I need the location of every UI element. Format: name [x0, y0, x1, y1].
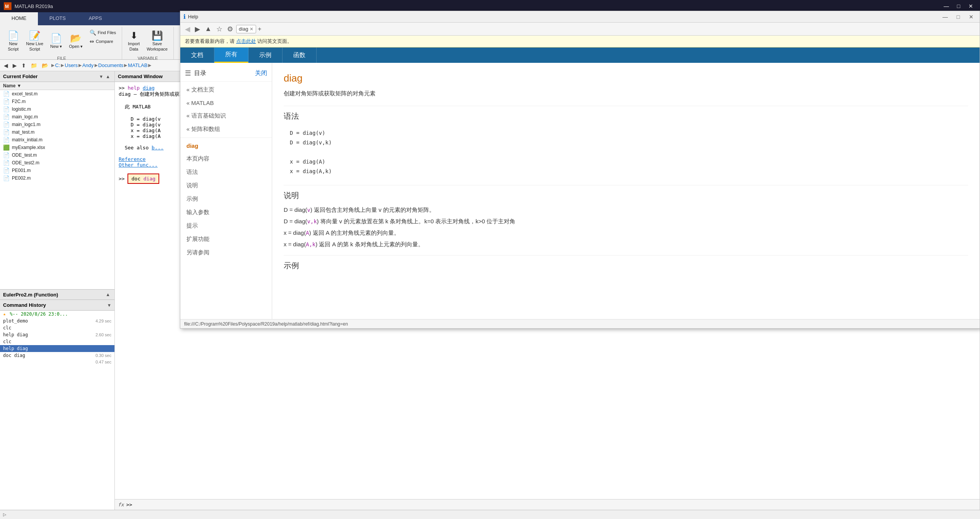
path-andy[interactable]: Andy	[82, 62, 94, 68]
tab-functions[interactable]: 函数	[283, 47, 317, 63]
sidebar-link-examples[interactable]: 示例	[180, 192, 272, 206]
list-item[interactable]: 📄 PE001.m	[0, 167, 114, 174]
maximize-button[interactable]: □	[953, 2, 964, 10]
syntax-line-2: D = diag(v,k)	[290, 138, 962, 147]
help-maximize-button[interactable]: □	[953, 13, 964, 21]
help-close-button[interactable]: ✕	[966, 13, 977, 21]
help-search-clear[interactable]: ✕	[250, 26, 253, 32]
function-collapse-btn[interactable]: ▲	[105, 292, 111, 297]
list-item[interactable]: 📄 excel_test.m	[0, 90, 114, 98]
sidebar-link-see-also[interactable]: 另请参阅	[180, 246, 272, 259]
new-script-label: NewScript	[8, 41, 18, 51]
open-button[interactable]: 📂 Open ▾	[66, 28, 85, 54]
history-item[interactable]: 0.47 sec	[0, 359, 114, 365]
sidebar-link-lang-basics[interactable]: « 语言基础知识	[180, 109, 272, 123]
help-sidebar-close-button[interactable]: 关闭	[255, 69, 267, 77]
tab-home[interactable]: HOME	[0, 12, 38, 25]
history-menu-btn[interactable]: ▾	[107, 303, 111, 308]
folder-list: 📄 excel_test.m 📄 F2C.m 📄 logistic.m 📄 ma…	[0, 90, 114, 289]
new-script-button[interactable]: 📄 NewScript	[5, 28, 22, 54]
help-settings-button[interactable]: ⚙	[225, 24, 235, 34]
panel-collapse-btn[interactable]: ▲	[105, 74, 111, 79]
help-forward-button[interactable]: ▶	[193, 24, 202, 34]
var-a1: A	[306, 230, 309, 236]
sidebar-link-input-params[interactable]: 输入参数	[180, 206, 272, 219]
tab-docs[interactable]: 文档	[180, 47, 214, 63]
help-diag-link[interactable]: diag	[143, 85, 155, 91]
import-data-label: ImportData	[128, 41, 140, 51]
history-cmd-text: clc	[3, 339, 11, 344]
list-item[interactable]: 📄 PE002.m	[0, 174, 114, 182]
path-matlab[interactable]: MATLAB	[128, 62, 147, 68]
see-also-link[interactable]: b...	[152, 145, 163, 151]
help-url-text: file:///C:/Program%20Files/Polyspace/R20…	[184, 321, 348, 327]
help-up-button[interactable]: ▲	[203, 24, 213, 34]
help-notice: 若要查看最新内容，请 点击此处 访问英文页面。	[180, 36, 980, 47]
path-documents[interactable]: Documents	[98, 62, 124, 68]
new-live-script-button[interactable]: 📝 New LiveScript	[23, 28, 46, 54]
history-item[interactable]: clc	[0, 324, 114, 331]
tab-all[interactable]: 所有	[214, 47, 248, 63]
file-name: logistic.m	[12, 106, 31, 112]
sidebar-link-matrices[interactable]: « 矩阵和数组	[180, 123, 272, 136]
panel-menu-btn[interactable]: ▾	[99, 74, 103, 79]
list-item[interactable]: 📄 ODE_test2.m	[0, 159, 114, 167]
file-name: F2C.m	[12, 99, 26, 104]
import-data-button[interactable]: ⬇ ImportData	[125, 28, 142, 54]
up-button[interactable]: ⬆	[20, 62, 28, 69]
file-name: main_logc.m	[12, 114, 38, 120]
compare-button[interactable]: ⇔ Compare	[87, 37, 119, 46]
browse-button[interactable]: 📁	[29, 62, 39, 69]
history-time: 4.29 sec	[95, 319, 111, 323]
notice-link[interactable]: 点击此处	[236, 38, 256, 44]
list-item[interactable]: 📄 ODE_test.m	[0, 151, 114, 159]
tab-apps[interactable]: APPS	[77, 12, 114, 25]
file-name: excel_test.m	[12, 91, 38, 97]
fx-symbol: fx	[118, 502, 124, 508]
close-button[interactable]: ✕	[965, 2, 976, 10]
tab-examples[interactable]: 示例	[248, 47, 283, 63]
sidebar-link-description[interactable]: 说明	[180, 179, 272, 192]
history-item[interactable]: doc diag 0.30 sec	[0, 352, 114, 359]
history-item[interactable]: help diag 2.60 sec	[0, 331, 114, 338]
sidebar-link-diag[interactable]: diag	[180, 139, 272, 152]
find-files-button[interactable]: 🔍 Find Files	[87, 28, 119, 37]
help-bookmark-button[interactable]: ☆	[215, 24, 224, 34]
back-button[interactable]: ◀	[2, 62, 10, 69]
list-item[interactable]: 📄 main_logc1.m	[0, 121, 114, 128]
save-workspace-button[interactable]: 💾 SaveWorkspace	[144, 28, 170, 54]
file-icon: 📄	[3, 152, 10, 158]
list-item[interactable]: 📄 main_logc.m	[0, 113, 114, 121]
file-icon: 🟩	[3, 144, 10, 151]
history-item[interactable]: plot_demo 4.29 sec	[0, 318, 114, 324]
history-item[interactable]: clc	[0, 338, 114, 345]
folder-column-header: Name ▼	[0, 82, 114, 90]
help-add-tab-button[interactable]: +	[258, 26, 261, 33]
sidebar-link-docs-home[interactable]: « 文档主页	[180, 83, 272, 97]
sidebar-link-tips[interactable]: 提示	[180, 219, 272, 232]
path-users[interactable]: Users	[65, 62, 78, 68]
list-item[interactable]: 📄 matrix_initial.m	[0, 136, 114, 144]
list-item[interactable]: 📄 mat_test.m	[0, 128, 114, 136]
sidebar-link-extended[interactable]: 扩展功能	[180, 232, 272, 246]
list-item[interactable]: 📄 F2C.m	[0, 98, 114, 105]
help-sidebar-header: ☰ 目录 关闭	[180, 67, 272, 80]
forward-button[interactable]: ▶	[11, 62, 18, 69]
help-back-button[interactable]: ◀	[183, 24, 192, 34]
help-main-content: diag 创建对角矩阵或获取矩阵的对角元素 语法 D = diag(v) D =…	[272, 63, 980, 319]
history-item-selected[interactable]: help diag	[0, 345, 114, 352]
tab-plots[interactable]: PLOTS	[38, 12, 77, 25]
other-func-link[interactable]: Other func...	[119, 162, 158, 168]
list-item[interactable]: 🟩 myExample.xlsx	[0, 144, 114, 151]
minimize-button[interactable]: —	[941, 2, 952, 10]
sidebar-link-page-content[interactable]: 本页内容	[180, 152, 272, 165]
reference-link[interactable]: Reference	[119, 156, 145, 162]
help-sidebar-menu-icon[interactable]: ☰	[185, 69, 191, 77]
sidebar-link-matlab[interactable]: « MATLAB	[180, 97, 272, 109]
help-minimize-button[interactable]: —	[940, 13, 951, 21]
sidebar-link-syntax[interactable]: 语法	[180, 165, 272, 179]
list-item[interactable]: 📄 logistic.m	[0, 105, 114, 113]
folder-button[interactable]: 📂	[40, 62, 50, 69]
new-button[interactable]: 📄 New ▾	[47, 28, 65, 54]
path-c[interactable]: C:	[55, 62, 60, 68]
